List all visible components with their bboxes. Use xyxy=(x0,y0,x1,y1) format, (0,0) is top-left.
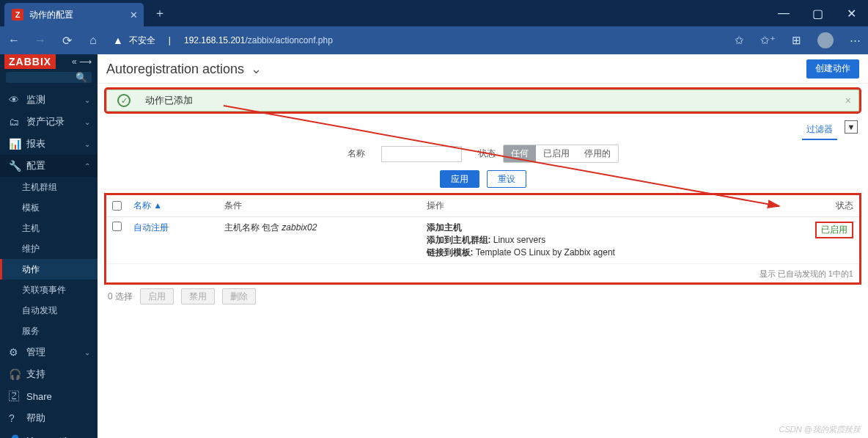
status-disabled-button[interactable]: 停用的 xyxy=(577,145,618,162)
reset-button[interactable]: 重设 xyxy=(487,170,526,188)
filter-row: 名称 状态 任何 已启用 停用的 xyxy=(98,145,868,163)
eye-icon: 👁 xyxy=(9,94,22,106)
forward-button[interactable]: → xyxy=(34,34,47,47)
folder-icon: 🗂 xyxy=(9,116,22,128)
sidebar-sub-maintenance[interactable]: 维护 xyxy=(0,238,98,259)
url-display[interactable]: 192.168.15.201/zabbix/actionconf.php xyxy=(184,35,333,45)
col-operations[interactable]: 操作 xyxy=(421,195,809,217)
sidebar-item-administration[interactable]: ⚙管理⌄ xyxy=(0,341,98,363)
sidebar-item-monitoring[interactable]: 👁监测⌄ xyxy=(0,89,98,111)
apply-button[interactable]: 应用 xyxy=(440,170,479,188)
filter-tab[interactable]: 过滤器 xyxy=(802,120,837,140)
help-icon: ? xyxy=(9,412,22,424)
sidebar-item-configuration[interactable]: 🔧配置⌃ xyxy=(0,155,98,177)
tab-title: 动作的配置 xyxy=(29,9,73,21)
filter-name-label: 名称 xyxy=(347,147,365,160)
maximize-button[interactable]: ▢ xyxy=(801,0,834,26)
window-controls: ― ▢ ✕ xyxy=(767,0,868,26)
sidebar-sub-correlation[interactable]: 关联项事件 xyxy=(0,280,98,300)
action-name-link[interactable]: 自动注册 xyxy=(133,222,169,233)
sidebar-sub-discovery[interactable]: 自动发现 xyxy=(0,300,98,321)
sidebar-sub-templates[interactable]: 模板 xyxy=(0,197,98,218)
success-alert: ✓ 动作已添加 × xyxy=(106,90,859,112)
sidebar-item-share[interactable]: 🇿Share xyxy=(0,385,98,407)
sidebar: ZABBIX « ⟶ 🔍 👁监测⌄ 🗂资产记录⌄ 📊报表⌄ 🔧配置⌃ 主机群组 … xyxy=(0,54,98,438)
zabbix-logo: ZABBIX xyxy=(4,54,56,69)
sidebar-sub-hostgroups[interactable]: 主机群组 xyxy=(0,177,98,197)
funnel-icon[interactable]: ▼ xyxy=(845,120,858,134)
extensions-icon[interactable]: ⊞ xyxy=(792,34,801,47)
content-area: Autoregistration actions ⌄ 创建动作 ✓ 动作已添加 … xyxy=(98,54,868,438)
new-tab-button[interactable]: ＋ xyxy=(154,6,166,21)
chevron-up-icon: ⌃ xyxy=(84,162,90,170)
chevron-down-icon: ⌄ xyxy=(84,348,90,357)
wrench-icon: 🔧 xyxy=(9,160,22,172)
user-icon: 👤 xyxy=(9,434,22,438)
sidebar-search-input[interactable]: 🔍 xyxy=(6,72,92,83)
favorites-icon[interactable]: ✩ xyxy=(735,34,744,47)
sidebar-item-help[interactable]: ?帮助 xyxy=(0,407,98,429)
col-status[interactable]: 状态 xyxy=(808,195,859,217)
minimize-button[interactable]: ― xyxy=(767,0,801,26)
sidebar-item-inventory[interactable]: 🗂资产记录⌄ xyxy=(0,111,98,133)
collections-icon[interactable]: ✩⁺ xyxy=(760,34,776,47)
row-checkbox[interactable] xyxy=(112,222,122,231)
col-conditions[interactable]: 条件 xyxy=(218,195,421,217)
toolbar-right: ✩ ✩⁺ ⊞ ⋯ xyxy=(735,32,861,48)
warning-icon: ▲ xyxy=(113,34,123,46)
sidebar-menu: 👁监测⌄ 🗂资产记录⌄ 📊报表⌄ 🔧配置⌃ 主机群组 模板 主机 维护 动作 关… xyxy=(0,89,98,363)
filter-tabs: 过滤器 ▼ xyxy=(98,117,868,140)
filter-status-label: 状态 xyxy=(478,147,496,160)
address-bar: ← → ⟳ ⌂ ▲ 不安全 | 192.168.15.201/zabbix/ac… xyxy=(0,26,868,54)
sidebar-collapse-icon[interactable]: « ⟶ xyxy=(72,56,92,67)
page-title[interactable]: Autoregistration actions ⌄ xyxy=(106,61,262,77)
page-header: Autoregistration actions ⌄ 创建动作 xyxy=(98,54,868,84)
browser-tab[interactable]: Z 动作的配置 ✕ xyxy=(4,3,144,26)
sidebar-sub-services[interactable]: 服务 xyxy=(0,321,98,341)
chevron-down-icon: ⌄ xyxy=(84,96,90,104)
table-row: 自动注册 主机名称 包含 zabbix02 添加主机 添加到主机群组: Linu… xyxy=(106,217,859,264)
select-all-checkbox[interactable] xyxy=(112,201,122,211)
home-button[interactable]: ⌂ xyxy=(87,34,100,47)
status-enabled-link[interactable]: 已启用 xyxy=(815,222,853,238)
security-text: 不安全 xyxy=(129,34,155,47)
row-conditions: 主机名称 包含 zabbix02 xyxy=(218,217,421,264)
alert-close-icon[interactable]: × xyxy=(845,95,851,106)
status-button-group: 任何 已启用 停用的 xyxy=(503,145,619,163)
dropdown-icon: ⌄ xyxy=(251,62,262,76)
chart-icon: 📊 xyxy=(9,138,22,150)
bulk-delete-button[interactable]: 删除 xyxy=(222,288,256,304)
alert-text: 动作已添加 xyxy=(145,94,193,107)
status-any-button[interactable]: 任何 xyxy=(504,145,536,162)
actions-table: 名称 ▲ 条件 操作 状态 自动注册 主机名称 包含 zabbix02 添加主机… xyxy=(106,195,859,264)
watermark: CSDN @我的紫霞辣辣 xyxy=(779,424,861,435)
col-name[interactable]: 名称 ▲ xyxy=(128,195,218,217)
status-enabled-button[interactable]: 已启用 xyxy=(536,145,577,162)
sidebar-sub-hosts[interactable]: 主机 xyxy=(0,218,98,238)
security-indicator[interactable]: ▲ 不安全 xyxy=(113,34,155,47)
create-action-button[interactable]: 创建动作 xyxy=(806,59,859,79)
sidebar-bottom: 🎧支持 🇿Share ?帮助 👤User settings xyxy=(0,363,98,438)
bulk-enable-button[interactable]: 启用 xyxy=(140,288,174,304)
tab-close-icon[interactable]: ✕ xyxy=(130,10,138,21)
selected-count: 0 选择 xyxy=(108,291,133,303)
sidebar-sub-actions[interactable]: 动作 xyxy=(0,259,98,280)
separator: | xyxy=(169,35,171,45)
app-body: ZABBIX « ⟶ 🔍 👁监测⌄ 🗂资产记录⌄ 📊报表⌄ 🔧配置⌃ 主机群组 … xyxy=(0,54,868,438)
gear-icon: ⚙ xyxy=(9,346,22,358)
profile-avatar-icon[interactable] xyxy=(817,32,834,48)
close-window-button[interactable]: ✕ xyxy=(834,0,868,26)
filter-name-input[interactable] xyxy=(381,146,462,162)
logo-row: ZABBIX « ⟶ xyxy=(0,54,98,69)
tab-favicon-icon: Z xyxy=(12,9,23,21)
sidebar-item-reports[interactable]: 📊报表⌄ xyxy=(0,133,98,155)
menu-icon[interactable]: ⋯ xyxy=(850,34,861,47)
sidebar-item-user-settings[interactable]: 👤User settings xyxy=(0,429,98,438)
window-titlebar: Z 动作的配置 ✕ ＋ ― ▢ ✕ xyxy=(0,0,868,26)
table-footer: 显示 已自动发现的 1中的1 xyxy=(106,264,859,282)
sidebar-item-support[interactable]: 🎧支持 xyxy=(0,363,98,385)
refresh-button[interactable]: ⟳ xyxy=(60,34,73,48)
headset-icon: 🎧 xyxy=(9,368,22,380)
back-button[interactable]: ← xyxy=(7,34,21,47)
bulk-disable-button[interactable]: 禁用 xyxy=(181,288,215,304)
